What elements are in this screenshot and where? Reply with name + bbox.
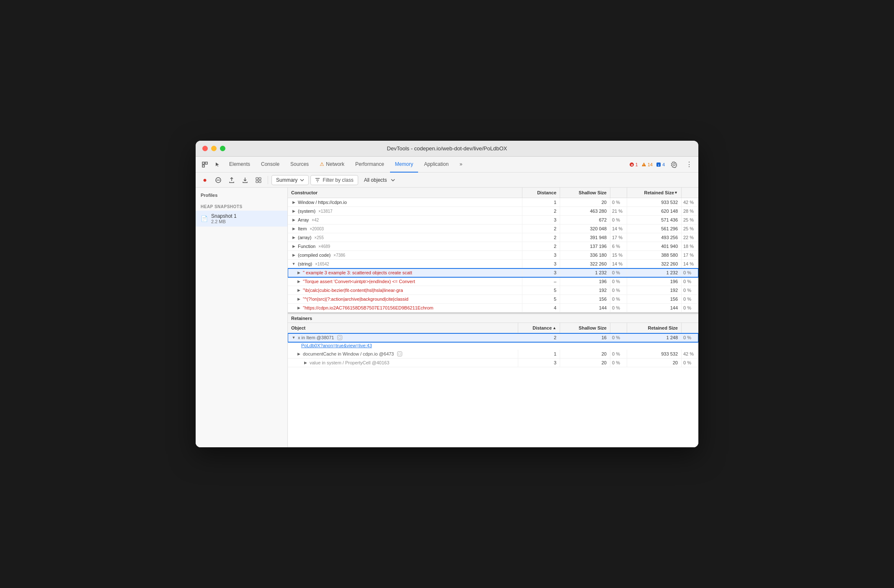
td-constructor: ▶ "https://cdpn.io2AC766158D5B7507E17015… (288, 304, 522, 312)
retainers-section: Retainers Object Distance ▲ Shallow Size (288, 313, 698, 447)
svg-rect-14 (259, 181, 261, 183)
maximize-button[interactable] (220, 146, 225, 151)
expand-icon[interactable]: ▶ (291, 235, 296, 240)
td-shallow-size: 336 180 (560, 251, 610, 259)
expand-icon[interactable]: ▶ (296, 279, 301, 284)
tab-network[interactable]: ⚠ Network (315, 157, 349, 173)
expand-icon[interactable]: ▶ (303, 360, 308, 365)
settings-icon[interactable] (668, 159, 680, 170)
table-row[interactable]: ▶ Array ×42 3 672 0 % 571 436 25 % (288, 216, 698, 224)
table-row[interactable]: ▶ "https://cdpn.io2AC766158D5B7507E17015… (288, 304, 698, 312)
clear-button[interactable] (212, 174, 224, 186)
inspector-icon[interactable] (199, 159, 211, 170)
expand-icon[interactable]: ▶ (291, 226, 296, 231)
data-panel: Constructor Distance Shallow Size Retain… (288, 188, 698, 447)
td-constructor: ▶ Window / https://cdpn.io (288, 198, 522, 206)
expand-icon[interactable]: ▶ (291, 253, 296, 258)
svg-rect-12 (259, 178, 261, 180)
retainer-row[interactable]: ▶ value in system / PropertyCell @40163 … (288, 358, 698, 367)
td-shallow-size: 320 048 (560, 224, 610, 233)
devtools-nav: Elements Console Sources ⚠ Network Perfo… (196, 157, 698, 173)
expand-icon[interactable]: ▶ (296, 270, 301, 275)
td-shallow-pct: 0 % (610, 277, 627, 286)
expand-icon[interactable]: ▶ (296, 351, 301, 356)
tab-application[interactable]: Application (419, 157, 454, 173)
svg-text:i: i (658, 163, 659, 167)
svg-text:!: ! (643, 163, 644, 166)
info-badge[interactable]: i 4 (656, 162, 665, 167)
tab-sources[interactable]: Sources (285, 157, 314, 173)
rtd-retained-pct: 0 % (682, 358, 698, 367)
td-retained-size: 401 940 (627, 242, 682, 250)
download-button[interactable] (239, 174, 251, 186)
td-shallow-size: 672 (560, 216, 610, 224)
devtools-window: DevTools - codepen.io/web-dot-dev/live/P… (196, 141, 698, 447)
summary-dropdown[interactable]: Summary (271, 175, 309, 185)
td-distance: 5 (522, 295, 560, 303)
all-objects-dropdown[interactable]: All objects (360, 175, 400, 185)
tab-elements[interactable]: Elements (224, 157, 255, 173)
retainer-row[interactable]: ▶ documentCache in Window / cdpn.io @647… (288, 350, 698, 358)
filter-class-button[interactable]: Filter by class (310, 175, 358, 185)
retainer-row-selected[interactable]: ▼ x in Item @38071 □ 2 16 0 % 1 248 0 % (288, 333, 698, 342)
table-row[interactable]: ▶ (array) ×255 2 391 948 17 % 493 256 22… (288, 233, 698, 242)
snapshot-item[interactable]: 📄 Snapshot 1 2.2 MB (196, 211, 287, 227)
td-shallow-size: 156 (560, 295, 610, 303)
cursor-icon[interactable] (212, 159, 223, 170)
table-row[interactable]: ▶ (system) ×13817 2 463 280 21 % 620 148… (288, 207, 698, 216)
warning-badge[interactable]: ! 14 (641, 162, 653, 167)
td-distance: 3 (522, 260, 560, 268)
table-row[interactable]: ▶ (compiled code) ×7386 3 336 180 15 % 3… (288, 251, 698, 260)
expand-icon[interactable]: ▶ (291, 200, 296, 205)
retainer-link[interactable]: PoLdb0X?anon=true&view=live:43 (301, 343, 372, 348)
rtd-retained-pct: 42 % (682, 350, 698, 358)
td-constructor: ▶ "Torque assert 'Convert<uintptr>(endIn… (288, 277, 522, 286)
minimize-button[interactable] (211, 146, 217, 151)
upload-button[interactable] (226, 174, 238, 186)
expand-icon[interactable]: ▶ (291, 217, 296, 222)
td-constructor: ▶ " example 3 example 3: scattered objec… (288, 268, 522, 277)
tab-performance[interactable]: Performance (350, 157, 389, 173)
expand-icon[interactable]: ▶ (291, 244, 296, 249)
rtd-object: ▶ value in system / PropertyCell @40163 (288, 358, 518, 367)
record-button[interactable]: ● (199, 174, 211, 186)
snapshot-size: 2.2 MB (211, 219, 237, 224)
rth-retained: Retained Size (627, 323, 682, 333)
expand-icon[interactable]: ▼ (291, 261, 296, 266)
expand-icon[interactable]: ▶ (296, 288, 301, 293)
expand-icon[interactable]: ▶ (296, 297, 301, 302)
table-row[interactable]: ▶ "Torque assert 'Convert<uintptr>(endIn… (288, 277, 698, 286)
td-shallow-size: 463 280 (560, 207, 610, 215)
svg-rect-11 (256, 178, 258, 180)
td-retained-size: 388 580 (627, 251, 682, 259)
toolbar: ● Summary Filter by class All objects (196, 173, 698, 188)
rth-shallow-pct (610, 323, 627, 333)
table-row[interactable]: ▼ (string) ×16542 3 322 260 14 % 322 260… (288, 260, 698, 268)
expand-icon[interactable]: ▼ (291, 335, 296, 340)
table-body: ▶ Window / https://cdpn.io 1 20 0 % 933 … (288, 198, 698, 313)
rtd-distance: 3 (518, 358, 560, 367)
td-retained-size: 561 296 (627, 224, 682, 233)
error-badge[interactable]: ✕ 1 (629, 162, 638, 167)
table-row[interactable]: ▶ "\b(calc|cubic-bezier|fit-content|hsl|… (288, 286, 698, 295)
table-row[interactable]: ▶ Function ×4689 2 137 196 6 % 401 940 1… (288, 242, 698, 251)
expand-icon[interactable]: ▶ (296, 305, 301, 310)
tab-console[interactable]: Console (256, 157, 284, 173)
rtd-shallow: 20 (560, 358, 610, 367)
collect-button[interactable] (253, 174, 264, 186)
table-row[interactable]: ▶ Window / https://cdpn.io 1 20 0 % 933 … (288, 198, 698, 207)
table-row[interactable]: ▶ Item ×20003 2 320 048 14 % 561 296 25 … (288, 224, 698, 233)
expand-icon[interactable]: ▶ (291, 209, 296, 214)
close-button[interactable] (202, 146, 208, 151)
table-row[interactable]: ▶ "^(?!on|src|(?:action|archive|backgrou… (288, 295, 698, 304)
td-shallow-pct: 17 % (610, 233, 627, 242)
table-row-selected[interactable]: ▶ " example 3 example 3: scattered objec… (288, 268, 698, 277)
svg-text:✕: ✕ (630, 163, 633, 167)
more-options-icon[interactable]: ⋮ (683, 159, 695, 170)
rtd-retained: 1 248 (627, 333, 682, 342)
td-retained-pct: 14 % (682, 260, 698, 268)
rtd-shallow-pct: 0 % (610, 358, 627, 367)
tab-more[interactable]: » (455, 157, 468, 173)
rtd-distance: 2 (518, 333, 560, 342)
tab-memory[interactable]: Memory (390, 157, 418, 173)
